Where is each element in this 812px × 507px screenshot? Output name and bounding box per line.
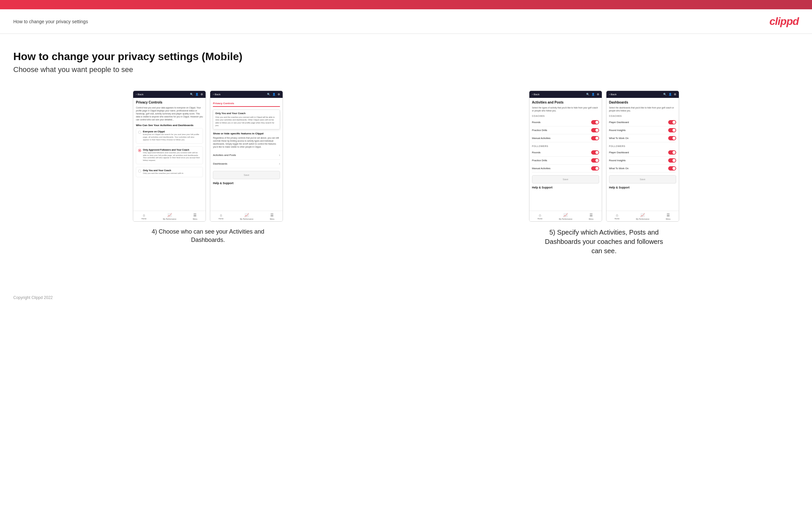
toggle-coaches-rounds: Rounds [532, 118, 599, 126]
back-button-1[interactable]: ‹ Back [136, 93, 144, 96]
settings-icon-4[interactable]: ⚙ [674, 93, 676, 96]
menu-icon-4: ☰ [666, 213, 670, 217]
phone-bottom-nav-2: ⌂ Home 📈 My Performance ☰ Menu [210, 211, 283, 221]
nav-performance-label: My Performance [163, 218, 176, 220]
toggle-coaches-player-dash: Player Dashboard [609, 118, 676, 126]
top-bar [0, 0, 812, 9]
label-coaches-round-insights: Round Insights [609, 129, 626, 132]
search-icon-4[interactable]: 🔍 [663, 93, 666, 96]
nav-icons-2: 🔍 👤 ⚙ [267, 93, 280, 96]
phone-screen-1: ‹ Back 🔍 👤 ⚙ Privacy Controls Control ho… [133, 91, 206, 222]
toggle-followers-round-insights: Round Insights [609, 157, 676, 165]
back-button-3[interactable]: ‹ Back [532, 93, 540, 96]
nav-home-label: Home [142, 218, 146, 220]
home-icon-3: ⌂ [539, 213, 541, 217]
tooltip-only-you: Only You and Your Coach Only you and the… [213, 110, 280, 129]
toggle-coaches-rounds-switch[interactable] [591, 120, 599, 124]
page-subtitle: Choose what you want people to see [13, 65, 799, 74]
group-screens-1-2: ‹ Back 🔍 👤 ⚙ Privacy Controls Control ho… [13, 91, 403, 244]
activities-posts-row[interactable]: Activities and Posts › [213, 151, 280, 160]
phone-bottom-nav-1: ⌂ Home 📈 My Performance ☰ Menu [133, 211, 206, 221]
toggle-coaches-what-to-work-switch[interactable] [668, 136, 676, 140]
toggle-coaches-player-dash-switch[interactable] [668, 120, 676, 124]
nav-performance-1[interactable]: 📈 My Performance [163, 213, 176, 220]
search-icon-3[interactable]: 🔍 [586, 93, 590, 96]
phone-bottom-nav-4: ⌂ Home 📈 My Performance ☰ Menu [606, 211, 679, 221]
option-only-you[interactable]: Only You and Your Coach Only you and the… [136, 167, 203, 177]
followers-label-3: FOLLOWERS [532, 145, 599, 147]
menu-icon-2: ☰ [270, 213, 274, 217]
help-support-2: Help & Support [213, 179, 280, 186]
chart-icon-2: 📈 [244, 213, 249, 217]
toggle-coaches-drills-switch[interactable] [591, 128, 599, 132]
toggle-followers-rounds: Rounds [532, 149, 599, 157]
back-button-2[interactable]: ‹ Back [213, 93, 220, 96]
nav-home-label-3: Home [538, 218, 543, 220]
who-can-see-title: Who Can See Your Activities and Dashboar… [136, 124, 203, 127]
option-everyone-label: Everyone on Clippd [143, 130, 201, 133]
radio-everyone[interactable] [138, 131, 141, 134]
nav-menu-4[interactable]: ☰ Menu [666, 213, 670, 220]
save-button-2[interactable]: Save [213, 171, 280, 179]
option-only-you-desc: Only you and the coaches you connect wit… [143, 172, 183, 175]
settings-icon-2[interactable]: ⚙ [277, 93, 280, 96]
toggle-coaches-round-insights: Round Insights [609, 126, 676, 134]
save-button-3[interactable]: Save [532, 175, 599, 183]
chevron-activities: › [279, 153, 280, 157]
profile-icon-2[interactable]: 👤 [272, 93, 276, 96]
option-everyone[interactable]: Everyone on Clippd Everyone on Clippd ca… [136, 128, 203, 143]
toggle-coaches-drills: Practice Drills [532, 126, 599, 134]
option-everyone-desc: Everyone on Clippd can search for you an… [143, 133, 201, 141]
nav-performance-3[interactable]: 📈 My Performance [559, 213, 572, 220]
toggle-followers-player-dash-switch[interactable] [668, 150, 676, 155]
chart-icon: 📈 [167, 213, 172, 217]
nav-menu-label-3: Menu [589, 218, 594, 220]
toggle-followers-what-to-work-switch[interactable] [668, 166, 676, 171]
nav-home-2[interactable]: ⌂ Home [218, 213, 223, 220]
toggle-followers-round-insights-switch[interactable] [668, 158, 676, 163]
nav-home-4[interactable]: ⌂ Home [615, 213, 620, 220]
nav-menu-2[interactable]: ☰ Menu [270, 213, 275, 220]
main-content: How to change your privacy settings (Mob… [0, 34, 812, 289]
activities-posts-label: Activities and Posts [213, 154, 236, 157]
option-approved[interactable]: Only Approved Followers and Your Coach O… [136, 146, 203, 164]
label-coaches-player-dash: Player Dashboard [609, 121, 629, 124]
toggle-followers-player-dash: Player Dashboard [609, 149, 676, 157]
nav-icons-1: 🔍 👤 ⚙ [190, 93, 203, 96]
toggle-followers-rounds-switch[interactable] [591, 150, 599, 155]
save-button-4[interactable]: Save [609, 175, 676, 183]
search-icon-2[interactable]: 🔍 [267, 93, 270, 96]
nav-performance-4[interactable]: 📈 My Performance [636, 213, 649, 220]
profile-icon[interactable]: 👤 [195, 93, 199, 96]
settings-icon-3[interactable]: ⚙ [597, 93, 599, 96]
radio-only-you[interactable] [138, 170, 141, 173]
radio-approved[interactable] [138, 149, 141, 152]
dashboards-row[interactable]: Dashboards › [213, 160, 280, 168]
nav-menu-1[interactable]: ☰ Menu [193, 213, 198, 220]
toggle-followers-drills-switch[interactable] [591, 158, 599, 163]
nav-home-3[interactable]: ⌂ Home [538, 213, 543, 220]
toggle-followers-manual-switch[interactable] [591, 166, 599, 171]
tooltip-text: Only you and the coaches you connect wit… [215, 116, 277, 127]
help-support-3: Help & Support [532, 183, 599, 190]
dashboards-label: Dashboards [213, 162, 227, 165]
phone-nav-2: ‹ Back 🔍 👤 ⚙ [210, 91, 283, 98]
profile-icon-4[interactable]: 👤 [668, 93, 672, 96]
option-approved-desc: Only approved followers and coaches you … [143, 152, 201, 162]
settings-icon[interactable]: ⚙ [201, 93, 203, 96]
toggle-coaches-round-insights-switch[interactable] [668, 128, 676, 132]
caption-5: 5) Specify which Activities, Posts and D… [541, 228, 667, 256]
toggle-followers-manual: Manual Activities [532, 165, 599, 173]
toggle-coaches-manual-switch[interactable] [591, 136, 599, 140]
screenshots-row: ‹ Back 🔍 👤 ⚙ Privacy Controls Control ho… [13, 91, 799, 256]
back-button-4[interactable]: ‹ Back [609, 93, 617, 96]
nav-menu-3[interactable]: ☰ Menu [589, 213, 594, 220]
nav-home-1[interactable]: ⌂ Home [142, 213, 146, 220]
search-icon[interactable]: 🔍 [190, 93, 193, 96]
tooltip-title: Only You and Your Coach [215, 112, 277, 115]
tab-privacy-controls[interactable]: Privacy Controls [213, 101, 234, 107]
nav-performance-2[interactable]: 📈 My Performance [240, 213, 253, 220]
nav-performance-label-4: My Performance [636, 218, 649, 220]
breadcrumb: How to change your privacy settings [13, 19, 88, 24]
profile-icon-3[interactable]: 👤 [592, 93, 595, 96]
